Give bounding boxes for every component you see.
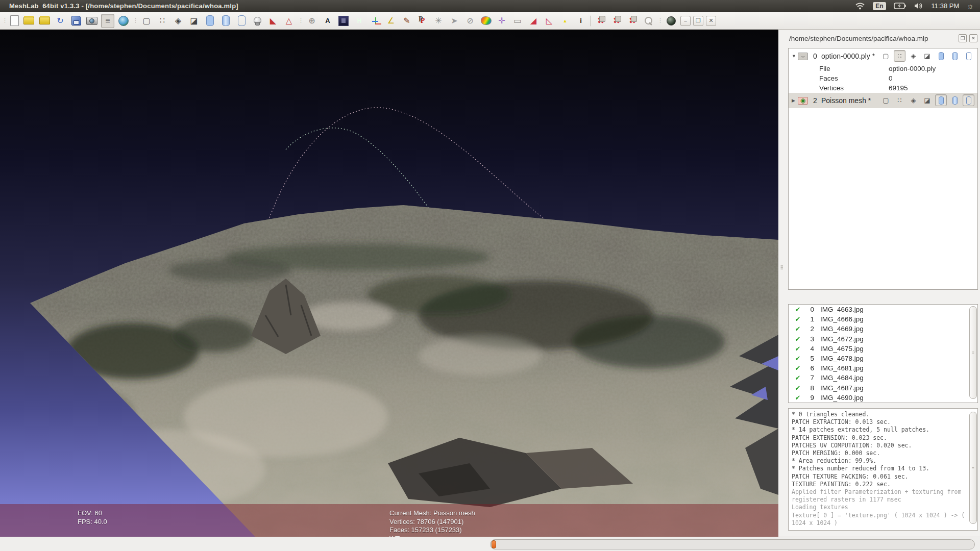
log-line: * Area reduction: 99.9%. — [792, 457, 967, 465]
raster-row[interactable]: ✔1IMG_4666.jpg — [789, 314, 977, 324]
rubberband-select-icon[interactable]: ▭ — [511, 14, 524, 28]
align-disc-icon[interactable]: ⊘ — [463, 14, 477, 28]
render-smooth-icon[interactable] — [219, 14, 232, 28]
backface-culling-icon[interactable]: ◣ — [266, 14, 280, 28]
raster-index: 0 — [803, 306, 814, 313]
layer-render-flat-icon[interactable] — [935, 50, 947, 62]
pick-points-icon[interactable]: ➤ — [448, 14, 461, 28]
battery-icon[interactable] — [894, 3, 906, 9]
light-toggle-icon[interactable] — [251, 14, 264, 28]
dock-close-button[interactable]: ✕ — [969, 34, 977, 42]
3d-viewport[interactable]: FOV: 60FPS: 40.0 Current Mesh: Poisson m… — [0, 30, 778, 537]
mdi-close-button[interactable]: ✕ — [706, 16, 716, 26]
render-textured-icon[interactable] — [235, 14, 248, 28]
layer-row-2[interactable]: ▶ ◉ 2 Poisson mesh * ▢∷◈◪ — [789, 93, 977, 108]
layer-render-hidden-lines-icon[interactable]: ◪ — [921, 94, 933, 106]
raster-check-icon[interactable]: ✔ — [793, 345, 803, 353]
reload-mesh-icon[interactable]: ↻ — [54, 14, 67, 28]
raster-row[interactable]: ✔9IMG_4690.jpg — [789, 393, 977, 403]
trackball-icon[interactable]: ⊕ — [305, 14, 318, 28]
render-wireframe-icon[interactable]: ◈ — [172, 14, 185, 28]
raster-row[interactable]: ✔0IMG_4663.jpg — [789, 305, 977, 314]
delete-selected-faces-icon[interactable]: ✖ — [594, 14, 607, 28]
layer-render-wireframe-icon[interactable]: ◈ — [908, 94, 919, 106]
layer-visibility-eye-icon[interactable]: ⌣ — [798, 53, 808, 60]
raster-row[interactable]: ✔3IMG_4672.jpg — [789, 334, 977, 344]
parameterization-icon[interactable]: P — [416, 14, 429, 28]
selected-vertices-icon[interactable]: △ — [282, 14, 296, 28]
reference-scene-icon[interactable]: ✛ — [495, 14, 508, 28]
search-icon[interactable] — [642, 14, 655, 28]
raster-row[interactable]: ✔4IMG_4675.jpg — [789, 344, 977, 354]
layer-visibility-eye-icon[interactable]: ◉ — [798, 97, 808, 105]
render-hidden-lines-icon[interactable]: ◪ — [187, 14, 201, 28]
expander-icon[interactable]: ▼ — [792, 54, 798, 59]
render-points-icon[interactable]: ∷ — [156, 14, 169, 28]
raster-row[interactable]: ✔8IMG_4687.jpg — [789, 383, 977, 393]
import-mesh-icon[interactable] — [38, 14, 51, 28]
raster-check-icon[interactable]: ✔ — [793, 364, 803, 372]
raster-check-icon[interactable]: ✔ — [793, 335, 803, 343]
raster-check-icon[interactable]: ✔ — [793, 374, 803, 382]
quality-plot-icon[interactable]: ▲ — [558, 14, 572, 28]
raster-row[interactable]: ✔2IMG_4669.jpg — [789, 324, 977, 334]
panel-splitter[interactable]: ≡≡ — [778, 30, 786, 537]
raster-filename: IMG_4678.jpg — [820, 355, 864, 362]
session-menu-icon[interactable]: ☼ — [967, 2, 974, 10]
layer-render-smooth-icon[interactable] — [949, 94, 961, 106]
snapshot-icon[interactable] — [85, 14, 99, 28]
eye-dome-icon[interactable] — [665, 14, 678, 28]
layer-render-bbox-icon[interactable]: ▢ — [880, 50, 892, 62]
ambient-occlusion-icon[interactable]: A — [321, 14, 334, 28]
delete-selected-vertices-icon[interactable]: ✖ — [610, 14, 623, 28]
export-mesh-icon[interactable] — [69, 14, 83, 28]
dock-float-button[interactable]: ❒ — [959, 34, 967, 42]
web-globe-icon[interactable] — [117, 14, 130, 28]
raster-row[interactable]: ✔5IMG_4678.jpg — [789, 354, 977, 363]
layer-index: 2 — [811, 96, 819, 105]
raster-check-icon[interactable]: ✔ — [793, 384, 803, 392]
layer-render-flat-icon[interactable] — [935, 94, 947, 106]
mdi-minimize-button[interactable]: − — [680, 16, 691, 26]
expander-icon[interactable]: ▶ — [792, 98, 798, 103]
layer-render-bbox-icon[interactable]: ▢ — [880, 94, 892, 106]
layer-render-textured-icon[interactable] — [963, 50, 974, 62]
render-flat-icon[interactable] — [203, 14, 216, 28]
quality-mapper-icon[interactable] — [479, 14, 493, 28]
wifi-icon[interactable] — [855, 2, 865, 10]
clock[interactable]: 11:38 PM — [932, 2, 960, 10]
layer-render-points-icon[interactable]: ∷ — [894, 94, 905, 106]
layer-row-0[interactable]: ▼ ⌣ 0 option-0000.ply * ▢∷◈◪ — [789, 48, 977, 64]
log-scrollbar[interactable]: ≡ — [969, 412, 977, 524]
background-image-icon[interactable] — [337, 14, 350, 28]
info-icon[interactable]: i — [574, 14, 587, 28]
raster-row[interactable]: ✔7IMG_4684.jpg — [789, 373, 977, 383]
select-face-single-icon[interactable]: ◺ — [543, 14, 556, 28]
show-layers-icon[interactable]: ≡ — [101, 14, 114, 28]
quality-h-icon[interactable]: H — [353, 14, 366, 28]
layer-render-points-icon[interactable]: ∷ — [894, 50, 905, 62]
raster-check-icon[interactable]: ✔ — [793, 325, 803, 333]
layer-render-smooth-icon[interactable] — [949, 50, 961, 62]
raster-check-icon[interactable]: ✔ — [793, 315, 803, 323]
open-project-icon[interactable] — [22, 14, 35, 28]
volume-icon[interactable] — [914, 2, 924, 10]
raster-scrollbar[interactable]: ≡ — [969, 306, 977, 399]
layer-render-wireframe-icon[interactable]: ◈ — [908, 50, 919, 62]
measure-tool-icon[interactable]: ∠ — [384, 14, 398, 28]
raster-check-icon[interactable]: ✔ — [793, 394, 803, 402]
mdi-restore-button[interactable]: ❒ — [693, 16, 703, 26]
point-rays-icon[interactable]: ✳ — [432, 14, 445, 28]
render-bbox-icon[interactable]: ▢ — [140, 14, 153, 28]
raster-check-icon[interactable]: ✔ — [793, 306, 803, 313]
keyboard-layout-indicator[interactable]: En — [873, 2, 886, 10]
raster-row[interactable]: ✔6IMG_4681.jpg — [789, 363, 977, 373]
raster-check-icon[interactable]: ✔ — [793, 355, 803, 362]
select-faces-icon[interactable]: ◢ — [527, 14, 540, 28]
axes-icon[interactable] — [369, 14, 382, 28]
layer-render-textured-icon[interactable] — [963, 94, 974, 106]
delete-selected-all-icon[interactable]: ✖ — [626, 14, 639, 28]
layer-render-hidden-lines-icon[interactable]: ◪ — [921, 50, 933, 62]
new-project-icon[interactable] — [9, 14, 19, 28]
z-painting-icon[interactable]: ✎ — [400, 14, 413, 28]
